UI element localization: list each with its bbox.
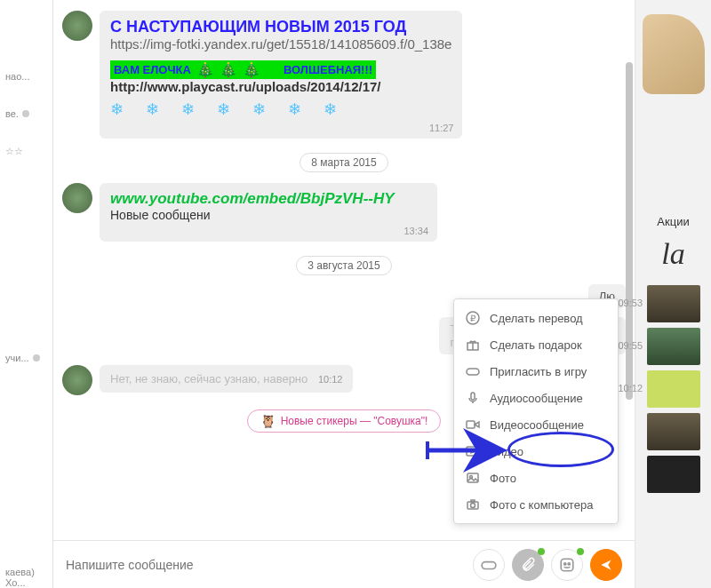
menu-label: Фото	[490, 472, 516, 485]
gift-icon	[465, 337, 481, 353]
date-label: 3 августа 2015	[296, 256, 391, 275]
message-bubble: Нет, не знаю, сейчас узнаю, наверно 10:1…	[100, 365, 353, 393]
svg-rect-16	[561, 559, 573, 571]
highlighted-text: ВАМ ЕЛОЧКА 🎄 🎄 🎄 ВОЛШЕБНАЯ!!!	[110, 60, 376, 79]
message-time: 11:27	[429, 123, 454, 133]
youtube-link[interactable]: www.youtube.com/embed/BbjPzVH--HY	[110, 190, 427, 208]
attach-menu: ₽ Сделать перевод Сделать подарок Пригла…	[453, 298, 619, 524]
sidebar-item-label: учи...	[5, 353, 29, 363]
thumbs-list: 09:53 09:55 10:12	[647, 285, 700, 493]
tree-icon: 🎄	[243, 61, 260, 78]
ad-image[interactable]	[643, 14, 705, 94]
sidebar-item[interactable]: нао...	[5, 71, 47, 82]
sidebar-item-label: нао...	[5, 71, 29, 82]
game-button[interactable]	[473, 549, 505, 581]
thumb-time: 09:53	[619, 298, 643, 308]
composer	[53, 540, 635, 588]
sidebar-item-label: ве.	[5, 108, 19, 119]
date-label: 8 марта 2015	[300, 153, 387, 172]
mic-icon	[465, 390, 481, 406]
menu-label: Видеосообщение	[490, 418, 584, 432]
camera-icon	[465, 497, 481, 513]
activity-thumb[interactable]	[647, 456, 700, 493]
tree-icon: 🎄	[196, 61, 214, 78]
sidebar-item[interactable]: ве.	[5, 108, 47, 119]
video-icon	[465, 443, 481, 459]
sidebar-item[interactable]: ☆☆	[5, 146, 47, 157]
activity-thumb[interactable]	[647, 413, 700, 450]
svg-point-11	[471, 504, 475, 508]
brand-logo[interactable]: la	[661, 237, 684, 271]
menu-item-video[interactable]: Видео	[454, 438, 618, 465]
activity-thumb[interactable]: 10:12	[647, 370, 700, 408]
svg-rect-5	[471, 393, 475, 400]
menu-item-transfer[interactable]: ₽ Сделать перевод	[454, 305, 618, 331]
message-url[interactable]: https://img-fotki.yandex.ru/get/15518/14…	[110, 36, 451, 52]
menu-label: Видео	[490, 445, 523, 458]
message-url[interactable]: http://www.playcast.ru/uploads/2014/12/1…	[110, 79, 451, 94]
sidebar-item-label: каева) Хо...	[5, 567, 35, 588]
svg-point-17	[564, 562, 566, 564]
snowflake-row: ❄ ❄ ❄ ❄ ❄ ❄ ❄	[110, 99, 451, 119]
promo-label: Акции	[657, 215, 689, 228]
message-text: Новые сообщени	[110, 208, 427, 222]
svg-rect-12	[471, 500, 475, 502]
gamepad-icon	[465, 363, 481, 379]
message-input[interactable]	[66, 558, 466, 572]
menu-label: Аудиосообщение	[490, 392, 583, 405]
avatar[interactable]	[62, 365, 92, 395]
message-text: Нет, не знаю, сейчас узнаю, наверно	[110, 372, 308, 385]
send-button[interactable]	[590, 549, 622, 581]
thumb-time: 10:12	[619, 383, 643, 393]
menu-label: Сделать подарок	[490, 338, 582, 352]
owl-icon: 🦉	[260, 414, 276, 428]
sidebar-item[interactable]: учи...	[5, 353, 47, 363]
notification-dot-icon	[577, 548, 584, 555]
avatar[interactable]	[62, 11, 92, 41]
ruble-icon: ₽	[465, 310, 481, 326]
message-bubble: www.youtube.com/embed/BbjPzVH--HY Новые …	[100, 183, 437, 242]
avatar[interactable]	[62, 183, 92, 213]
activity-thumb[interactable]: 09:53	[647, 285, 700, 322]
svg-text:₽: ₽	[470, 314, 476, 323]
menu-item-gift[interactable]: Сделать подарок	[454, 331, 618, 358]
date-separator: 8 марта 2015	[62, 153, 626, 172]
menu-item-photo-upload[interactable]: Фото с компьютера	[454, 491, 618, 518]
chat-panel: С НАСТУПАЮЩИМ НОВЫМ 2015 ГОД https://img…	[53, 0, 635, 588]
menu-item-audio[interactable]: Аудиосообщение	[454, 385, 618, 411]
sidebar-item[interactable]: каева) Хо...	[5, 567, 47, 588]
menu-label: Сделать перевод	[490, 312, 583, 325]
date-separator: 3 августа 2015	[62, 256, 626, 275]
message-time: 10:12	[318, 374, 343, 385]
notification-dot-icon	[538, 548, 545, 555]
status-dot-icon	[33, 354, 40, 362]
image-icon	[465, 470, 481, 486]
stickers-label: Новые стикеры — "Совушка"!	[281, 415, 428, 427]
menu-label: Фото с компьютера	[490, 498, 593, 512]
menu-item-photo[interactable]: Фото	[454, 465, 618, 491]
menu-label: Пригласить в игру	[490, 365, 587, 378]
sidebar: нао... ве. ☆☆ учи... каева) Хо...	[0, 0, 53, 588]
svg-rect-4	[467, 369, 479, 375]
right-panel: Акции la 09:53 09:55 10:12	[635, 0, 711, 588]
thumb-time: 09:55	[619, 340, 643, 351]
menu-item-videomsg[interactable]: Видеосообщение	[454, 411, 618, 438]
svg-point-18	[568, 562, 570, 564]
message-bubble: С НАСТУПАЮЩИМ НОВЫМ 2015 ГОД https://img…	[100, 11, 462, 139]
sticker-button[interactable]	[551, 549, 583, 581]
stars-icon: ☆☆	[5, 146, 23, 157]
message-title: С НАСТУПАЮЩИМ НОВЫМ 2015 ГОД	[110, 18, 451, 36]
attach-button[interactable]	[512, 549, 544, 581]
message-time: 13:34	[403, 226, 428, 236]
videocam-icon	[465, 417, 481, 433]
menu-item-invite-game[interactable]: Пригласить в игру	[454, 358, 618, 385]
activity-thumb[interactable]: 09:55	[647, 328, 700, 365]
status-dot-icon	[22, 110, 29, 117]
tree-icon: 🎄	[220, 61, 237, 78]
svg-rect-15	[482, 561, 496, 568]
